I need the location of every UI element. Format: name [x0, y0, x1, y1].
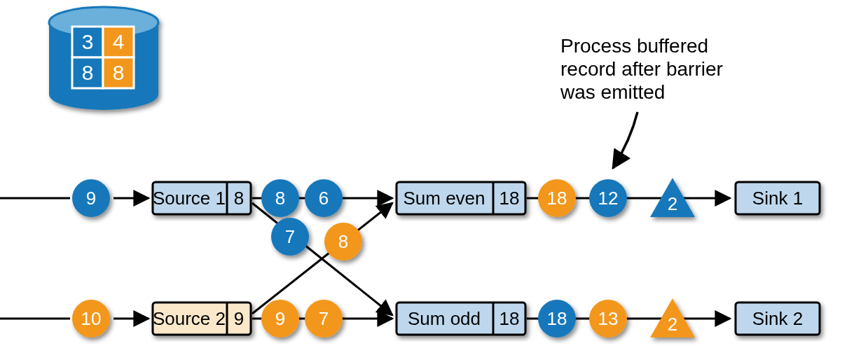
record-s2-c: 8	[324, 223, 362, 260]
svg-text:8: 8	[338, 231, 348, 252]
operator-sink-2: Sink 2	[736, 302, 820, 335]
sum-odd-count: 18	[500, 308, 520, 329]
record-s2-b: 7	[305, 300, 343, 337]
svg-text:8: 8	[275, 188, 285, 209]
state-tl: 3	[82, 30, 94, 53]
annotation-line3: was emitted	[560, 81, 665, 103]
record-even-18: 18	[538, 179, 576, 217]
annotation: Process buffered record after barrier wa…	[560, 35, 723, 168]
record-s2-a: 9	[261, 300, 299, 337]
record-s1-c: 7	[271, 218, 309, 256]
state-br: 8	[113, 61, 125, 84]
state-bl: 8	[82, 61, 94, 84]
svg-text:10: 10	[81, 308, 102, 329]
source-2-label: Source 2	[153, 308, 226, 329]
record-even-12: 12	[589, 179, 627, 217]
svg-text:9: 9	[86, 188, 96, 209]
record-incoming-2: 10	[72, 300, 110, 337]
operator-sum-even: Sum even 18	[397, 182, 525, 214]
svg-text:18: 18	[547, 188, 567, 209]
record-s1-b: 6	[305, 179, 343, 217]
sink-2-label: Sink 2	[752, 308, 803, 329]
svg-text:13: 13	[598, 308, 619, 329]
annotation-line2: record after barrier	[560, 58, 723, 80]
svg-text:7: 7	[285, 226, 295, 247]
operator-source-2: Source 2 9	[153, 302, 251, 335]
sum-even-count: 18	[500, 188, 520, 209]
record-odd-18: 18	[538, 300, 576, 337]
record-s1-a: 8	[261, 179, 299, 217]
record-odd-13: 13	[589, 300, 627, 337]
svg-text:7: 7	[319, 308, 329, 329]
source-1-count: 8	[234, 188, 244, 209]
svg-text:2: 2	[668, 314, 677, 335]
annotation-line1: Process buffered	[560, 35, 708, 57]
svg-text:6: 6	[319, 188, 329, 209]
svg-text:2: 2	[668, 193, 677, 214]
operator-sum-odd: Sum odd 18	[397, 302, 525, 335]
svg-text:12: 12	[598, 188, 619, 209]
record-incoming-1: 9	[72, 179, 110, 217]
svg-text:18: 18	[547, 308, 567, 329]
sum-even-label: Sum even	[403, 188, 485, 209]
sink-1-label: Sink 1	[752, 188, 803, 209]
state-store: 3 4 8 8	[49, 7, 158, 110]
sum-odd-label: Sum odd	[408, 308, 481, 329]
source-1-label: Source 1	[153, 188, 226, 209]
svg-text:9: 9	[275, 308, 285, 329]
operator-sink-1: Sink 1	[736, 182, 820, 214]
operator-source-1: Source 1 8	[153, 182, 251, 214]
source-2-count: 9	[234, 308, 244, 329]
state-tr: 4	[113, 30, 125, 53]
